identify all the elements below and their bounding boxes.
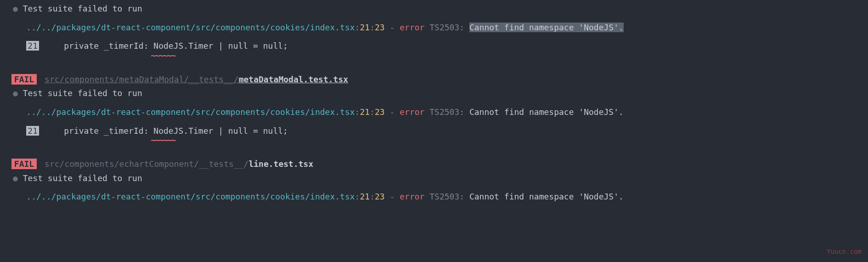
error-location-line: ../../packages/dt-react-component/src/co… xyxy=(0,105,868,120)
fail-badge: FAIL xyxy=(11,159,37,169)
fail-header-line: FAIL src/components/metaDataModal/__test… xyxy=(0,73,868,87)
error-line-num: 21 xyxy=(360,107,370,117)
error-path: ../../packages/dt-react-component/src/co… xyxy=(26,192,355,201)
error-path: ../../packages/dt-react-component/src/co… xyxy=(26,23,355,32)
error-line-num: 21 xyxy=(360,23,370,32)
test-path-file: line.test.tsx xyxy=(248,159,313,169)
error-col-num: 23 xyxy=(375,107,385,117)
error-location-line: ../../packages/dt-react-component/src/co… xyxy=(0,190,868,204)
code-text: private _timerId: NodeJS.Timer | null = … xyxy=(44,41,288,51)
test-path-dir: src/components/echartComponent/__tests__… xyxy=(45,159,248,169)
error-message: Cannot find namespace 'NodeJS'. xyxy=(469,192,624,201)
suite-failed-text: Test suite failed to run xyxy=(23,88,142,98)
error-col-num: 23 xyxy=(375,23,385,32)
error-label: error xyxy=(400,107,424,117)
error-squiggle: ~~~~~~ xyxy=(151,135,175,145)
test-path-file: metaDataModal.test.tsx xyxy=(239,74,348,84)
code-snippet-line: 21 private _timerId: NodeJS.Timer | null… xyxy=(0,39,868,53)
suite-failed-line: ● Test suite failed to run xyxy=(0,171,868,186)
error-col-num: 23 xyxy=(375,192,385,201)
error-label: error xyxy=(400,23,424,32)
squiggle-underline: 21 private _timerId: ~~~~~~ xyxy=(0,138,868,144)
suite-failed-line: ● Test suite failed to run xyxy=(0,2,868,16)
suite-failed-line: ● Test suite failed to run xyxy=(0,86,868,101)
error-code: TS2503: xyxy=(429,192,464,201)
code-text: private _timerId: NodeJS.Timer | null = … xyxy=(44,126,288,136)
squiggle-underline: 21 private _timerId: ~~~~~~ xyxy=(0,53,868,60)
bullet-icon: ● xyxy=(13,173,23,183)
fail-header-line: FAIL src/components/echartComponent/__te… xyxy=(0,157,868,171)
error-label: error xyxy=(400,192,424,201)
error-location-line: ../../packages/dt-react-component/src/co… xyxy=(0,21,868,35)
suite-failed-text: Test suite failed to run xyxy=(23,4,142,13)
fail-badge: FAIL xyxy=(11,74,37,85)
line-number-badge: 21 xyxy=(26,41,39,51)
error-code: TS2503: xyxy=(429,23,464,32)
error-line-num: 21 xyxy=(360,192,370,201)
error-squiggle: ~~~~~~ xyxy=(151,51,175,60)
bullet-icon: ● xyxy=(13,88,23,98)
error-message: Cannot find namespace 'NodeJS'. xyxy=(469,107,624,117)
code-snippet-line: 21 private _timerId: NodeJS.Timer | null… xyxy=(0,124,868,138)
error-message: Cannot find namespace 'NodeJS'. xyxy=(469,23,624,32)
bullet-icon: ● xyxy=(13,4,23,13)
line-number-badge: 21 xyxy=(26,126,39,136)
error-path: ../../packages/dt-react-component/src/co… xyxy=(26,107,355,117)
test-path-dir: src/components/metaDataModal/__tests__/ xyxy=(45,74,239,84)
error-code: TS2503: xyxy=(429,107,464,117)
suite-failed-text: Test suite failed to run xyxy=(23,173,142,183)
